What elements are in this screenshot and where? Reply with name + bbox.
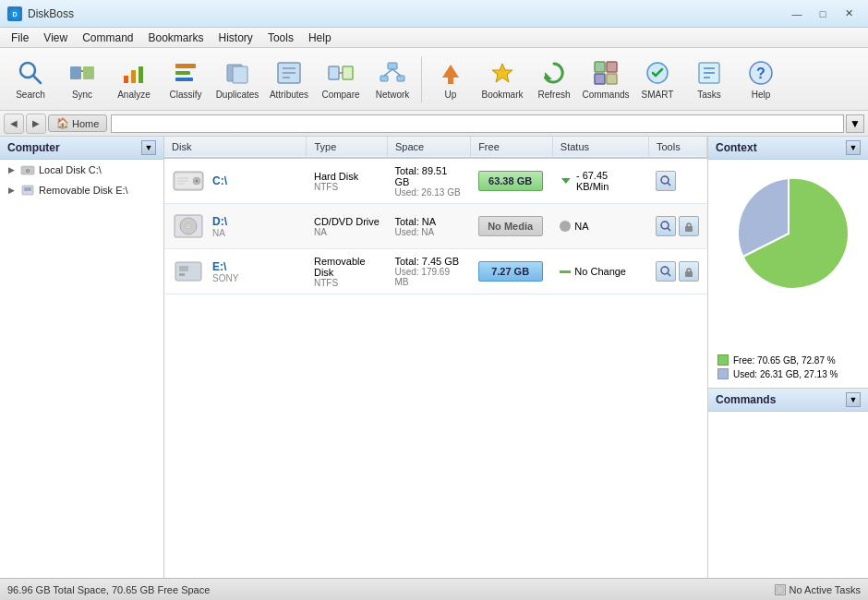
svg-point-54 [661,176,669,184]
forward-button[interactable]: ▶ [26,114,46,134]
toolbar-smart[interactable]: SMART [633,53,682,106]
dvd-icon [172,210,205,243]
lock-button[interactable] [679,261,699,282]
svg-point-66 [661,267,669,274]
menu-history[interactable]: History [211,30,260,46]
sidebar-item-local-disk-c[interactable]: ▶ Local Disk C:\ [0,160,163,180]
status-right-text: No Active Tasks [790,584,861,595]
legend-used-text: Used: 26.31 GB, 27.13 % [733,369,838,379]
browse-button[interactable] [656,171,676,191]
toolbar-network[interactable]: Network [368,53,417,106]
legend-free: Free: 70.65 GB, 72.87 % [717,354,859,366]
browse-button[interactable] [656,261,676,282]
commands-dropdown[interactable]: ▼ [846,392,861,407]
disk-info: D:\ NA [212,215,227,238]
statusbar: 96.96 GB Total Space, 70.65 GB Free Spac… [0,578,868,600]
free-button-c[interactable]: 63.38 GB [478,171,543,191]
context-panel: Context ▼ Free: 70.65 GB, 72.87 % Used: … [707,137,868,578]
menu-tools[interactable]: Tools [260,30,301,46]
svg-rect-33 [607,74,617,84]
type-sub: NTFS [314,278,380,288]
toolbar-classify[interactable]: Classify [161,53,211,106]
toolbar-sync[interactable]: Sync [57,53,107,106]
toolbar-tasks[interactable]: Tasks [684,53,734,106]
svg-rect-4 [70,66,81,79]
toolbar-duplicates-label: Duplicates [216,90,259,100]
toolbar-bookmark[interactable]: Bookmark [477,53,527,106]
space-cell: Total: 89.51 GB Used: 26.13 GB [387,158,470,204]
toolbar-help[interactable]: ? Help [736,53,786,106]
space-total: Total: NA [394,216,463,227]
col-status[interactable]: Status [552,137,648,158]
status-dash-icon [560,270,571,273]
svg-rect-63 [175,262,201,281]
navbar: ◀ ▶ 🏠 Home ▼ [0,111,868,137]
classify-icon [171,58,200,88]
col-tools[interactable]: Tools [648,137,706,158]
pie-chart [724,169,853,298]
sidebar-dropdown[interactable]: ▼ [141,140,156,155]
toolbar-bookmark-label: Bookmark [481,90,523,100]
back-button[interactable]: ◀ [4,114,24,134]
free-cell: 7.27 GB [471,249,553,294]
menu-bookmarks[interactable]: Bookmarks [141,30,211,46]
free-button-e[interactable]: 7.27 GB [478,261,543,282]
main-area: Computer ▼ ▶ Local Disk C:\ ▶ Removable … [0,137,868,578]
svg-rect-64 [179,266,188,271]
home-button[interactable]: 🏠 Home [48,114,107,132]
col-type[interactable]: Type [307,137,388,158]
context-panel-header: Context ▼ [708,137,868,160]
commands-panel: Commands ▼ [708,388,868,578]
toolbar-search[interactable]: Search [6,53,55,106]
sync-icon [67,58,97,88]
toolbar-separator [421,56,422,102]
status-arrow-icon [560,174,573,187]
context-dropdown[interactable]: ▼ [846,140,861,155]
status-cell: - 67.45 KB/Min [552,158,648,204]
drive-label: SONY [212,273,238,283]
network-icon [378,58,407,88]
usb-icon [172,255,205,288]
menu-file[interactable]: File [4,30,36,46]
analyze-icon [119,58,149,88]
disk-cell: E:\ SONY [164,249,307,294]
sidebar-item-removable-disk-e[interactable]: ▶ Removable Disk E:\ [0,180,163,200]
address-dropdown[interactable]: ▼ [846,114,864,133]
close-button[interactable]: ✕ [837,5,861,23]
col-free[interactable]: Free [471,137,553,158]
free-button-d[interactable]: No Media [478,216,543,236]
toolbar-attributes[interactable]: Attributes [264,53,314,106]
disk-table: Disk Type Space Free Status Tools [164,137,707,294]
col-space[interactable]: Space [387,137,470,158]
toolbar-commands[interactable]: Commands [581,53,631,106]
toolbar-duplicates[interactable]: Duplicates [212,53,262,106]
minimize-button[interactable]: — [785,5,809,23]
menu-view[interactable]: View [36,30,75,46]
toolbar-attributes-label: Attributes [270,90,308,100]
col-disk[interactable]: Disk [164,137,307,158]
svg-line-61 [668,228,670,231]
lock-button[interactable] [679,216,699,236]
home-icon: 🏠 [56,117,69,129]
toolbar-compare[interactable]: Compare [316,53,366,106]
browse-button[interactable] [656,216,676,236]
commands-content [708,412,868,578]
toolbar-up[interactable]: Up [426,53,476,106]
table-header-row: Disk Type Space Free Status Tools [164,137,707,158]
menu-command[interactable]: Command [75,30,140,46]
space-used: Used: 179.69 MB [394,267,463,287]
svg-marker-29 [545,72,552,79]
sidebar-item-label: Local Disk C:\ [39,164,102,175]
address-bar[interactable] [111,114,844,133]
toolbar-refresh[interactable]: Refresh [529,53,579,106]
space-total: Total: 7.45 GB [394,256,463,267]
drive-letter: C:\ [212,174,227,187]
toolbar-analyze[interactable]: Analyze [109,53,159,106]
type-main: CD/DVD Drive [314,216,380,227]
tools-cell [648,204,706,249]
context-panel-label: Context [716,141,757,154]
type-sub: NTFS [314,182,380,192]
svg-line-25 [392,69,401,76]
menu-help[interactable]: Help [301,30,339,46]
maximize-button[interactable]: □ [811,5,835,23]
